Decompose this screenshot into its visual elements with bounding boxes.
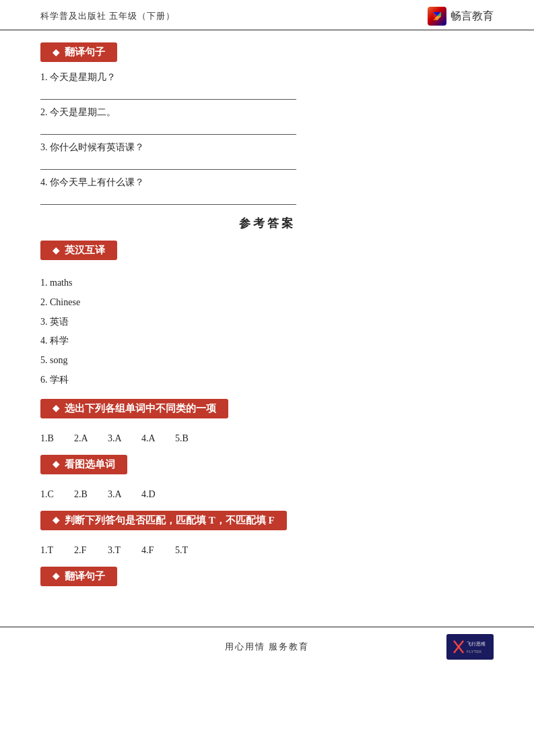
header-left-text: 科学普及出版社 五年级（下册） <box>40 10 175 22</box>
section4-answer-row: 1.C 2.B 3.A 4.D <box>40 489 494 500</box>
answer-item: 4.F <box>141 545 162 556</box>
list-item: 2. Chinese <box>40 294 494 311</box>
question-3-text: 3. 你什么时候有英语课？ <box>40 141 494 154</box>
answer-line-3 <box>40 156 296 170</box>
list-item: 5. song <box>40 352 494 369</box>
svg-rect-5 <box>450 637 490 657</box>
list-item: 3. 英语 <box>40 314 494 330</box>
answer-item: 5.T <box>175 545 195 556</box>
section3: ◆ 选出下列各组单词中不同类的一项 1.B 2.A 3.A 4.A 5.B <box>40 399 494 444</box>
header-right: 畅言教育 <box>428 7 494 26</box>
section3-title: ◆ 选出下列各组单词中不同类的一项 <box>40 399 228 418</box>
footer-logo-inner: 飞行思维 FLYTEK <box>450 637 490 657</box>
list-item: 6. 学科 <box>40 372 494 388</box>
answer-item: 2.F <box>74 545 94 556</box>
list-item: 4. 科学 <box>40 333 494 349</box>
answer-item: 3.A <box>108 433 128 444</box>
answer-line-4 <box>40 191 296 205</box>
section5-title-text: 判断下列答句是否匹配，匹配填 T，不匹配填 F <box>65 514 275 527</box>
answer-item: 2.B <box>74 489 94 500</box>
brand-name: 畅言教育 <box>450 9 494 24</box>
section1-diamond: ◆ <box>53 47 59 58</box>
section2-diamond: ◆ <box>53 245 59 256</box>
question-4-text: 4. 你今天早上有什么课？ <box>40 177 494 189</box>
question-2: 2. 今天是星期二。 <box>40 106 494 135</box>
page: 科学普及出版社 五年级（下册） 畅言教育 ◆ 翻译句子 <box>0 0 534 756</box>
answer-item: 1.C <box>40 489 61 500</box>
section1-title-text: 翻译句子 <box>65 46 105 59</box>
answer-item: 5.B <box>175 433 195 444</box>
section1-title: ◆ 翻译句子 <box>40 42 117 62</box>
main-content: ◆ 翻译句子 1. 今天是星期几？ 2. 今天是星期二。 <box>0 30 534 620</box>
section6-title-text: 翻译句子 <box>65 570 105 583</box>
section4: ◆ 看图选单词 1.C 2.B 3.A 4.D <box>40 455 494 500</box>
section5-answer-row: 1.T 2.F 3.T 4.F 5.T <box>40 545 494 556</box>
svg-text:飞行思维: 飞行思维 <box>467 641 486 647</box>
question-3: 3. 你什么时候有英语课？ <box>40 141 494 170</box>
answer-line-1 <box>40 86 296 100</box>
section5-diamond: ◆ <box>53 515 59 526</box>
question-4: 4. 你今天早上有什么课？ <box>40 177 494 205</box>
brand-logo-icon <box>428 7 446 26</box>
section5-title: ◆ 判断下列答句是否匹配，匹配填 T，不匹配填 F <box>40 511 287 530</box>
section3-diamond: ◆ <box>53 403 59 414</box>
section4-diamond: ◆ <box>53 459 59 470</box>
question-2-text: 2. 今天是星期二。 <box>40 106 494 119</box>
section6-title: ◆ 翻译句子 <box>40 567 117 586</box>
answer-item: 1.T <box>40 545 61 556</box>
header: 科学普及出版社 五年级（下册） 畅言教育 <box>0 0 534 30</box>
list-item: 1. maths <box>40 275 494 291</box>
answer-item: 4.D <box>141 489 162 500</box>
answer-item: 3.T <box>108 545 128 556</box>
svg-text:FLYTEK: FLYTEK <box>467 650 481 654</box>
section1: ◆ 翻译句子 1. 今天是星期几？ 2. 今天是星期二。 <box>40 42 494 205</box>
section6-diamond: ◆ <box>53 571 59 581</box>
section2: ◆ 英汉互译 1. maths 2. Chinese 3. 英语 4. 科学 5… <box>40 241 494 388</box>
section4-title-text: 看图选单词 <box>65 458 115 471</box>
section3-answer-row: 1.B 2.A 3.A 4.A 5.B <box>40 433 494 444</box>
section6: ◆ 翻译句子 <box>40 567 494 596</box>
section2-title-text: 英汉互译 <box>65 244 105 257</box>
footer-text: 用心用情 服务教育 <box>88 641 446 653</box>
section5: ◆ 判断下列答句是否匹配，匹配填 T，不匹配填 F 1.T 2.F 3.T 4.… <box>40 511 494 556</box>
answer-item: 3.A <box>108 489 128 500</box>
section2-title: ◆ 英汉互译 <box>40 241 117 260</box>
reference-title: 参考答案 <box>40 216 494 231</box>
section4-title: ◆ 看图选单词 <box>40 455 127 474</box>
answer-line-2 <box>40 121 296 135</box>
footer: 用心用情 服务教育 飞行思维 FLYTEK <box>0 627 534 666</box>
question-1: 1. 今天是星期几？ <box>40 71 494 100</box>
answer-item: 2.A <box>74 433 94 444</box>
questions-list: 1. 今天是星期几？ 2. 今天是星期二。 3. 你什么时候有英语课？ <box>40 71 494 205</box>
answer-item: 4.A <box>141 433 162 444</box>
footer-logo: 飞行思维 FLYTEK <box>446 634 494 660</box>
answer-item: 1.B <box>40 433 61 444</box>
question-1-text: 1. 今天是星期几？ <box>40 71 494 84</box>
section2-answer-list: 1. maths 2. Chinese 3. 英语 4. 科学 5. song … <box>40 275 494 388</box>
section3-title-text: 选出下列各组单词中不同类的一项 <box>65 402 216 415</box>
